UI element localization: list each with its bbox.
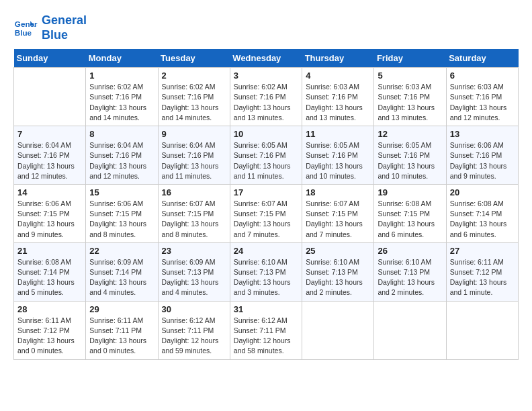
- calendar-cell: 10Sunrise: 6:05 AMSunset: 7:16 PMDayligh…: [230, 126, 302, 185]
- calendar-week-5: 28Sunrise: 6:11 AMSunset: 7:12 PMDayligh…: [14, 301, 519, 359]
- day-number: 20: [450, 187, 515, 197]
- calendar-cell: 5Sunrise: 6:03 AMSunset: 7:16 PMDaylight…: [374, 68, 446, 126]
- day-info: Sunrise: 6:02 AMSunset: 7:16 PMDaylight:…: [89, 82, 154, 123]
- page-header: General Blue General Blue: [13, 13, 519, 42]
- day-number: 2: [162, 71, 226, 81]
- calendar-cell: 14Sunrise: 6:06 AMSunset: 7:15 PMDayligh…: [14, 184, 86, 242]
- calendar-cell: 30Sunrise: 6:12 AMSunset: 7:11 PMDayligh…: [158, 301, 230, 359]
- day-info: Sunrise: 6:10 AMSunset: 7:13 PMDaylight:…: [378, 257, 442, 298]
- calendar-cell: 1Sunrise: 6:02 AMSunset: 7:16 PMDaylight…: [86, 68, 158, 126]
- day-info: Sunrise: 6:05 AMSunset: 7:16 PMDaylight:…: [378, 140, 442, 181]
- calendar-cell: 21Sunrise: 6:08 AMSunset: 7:14 PMDayligh…: [14, 242, 86, 301]
- calendar-cell: [446, 301, 518, 359]
- calendar-cell: 16Sunrise: 6:07 AMSunset: 7:15 PMDayligh…: [158, 184, 230, 242]
- day-info: Sunrise: 6:06 AMSunset: 7:15 PMDaylight:…: [89, 199, 154, 240]
- calendar-cell: 27Sunrise: 6:11 AMSunset: 7:12 PMDayligh…: [446, 242, 518, 301]
- calendar-cell: 2Sunrise: 6:02 AMSunset: 7:16 PMDaylight…: [158, 68, 230, 126]
- day-info: Sunrise: 6:02 AMSunset: 7:16 PMDaylight:…: [162, 82, 226, 123]
- day-number: 5: [378, 71, 442, 81]
- day-number: 22: [89, 246, 154, 256]
- day-number: 13: [450, 129, 515, 139]
- calendar-cell: 7Sunrise: 6:04 AMSunset: 7:16 PMDaylight…: [14, 126, 86, 185]
- day-number: 29: [89, 304, 154, 314]
- day-number: 18: [306, 187, 370, 197]
- calendar-cell: 18Sunrise: 6:07 AMSunset: 7:15 PMDayligh…: [302, 184, 374, 242]
- day-info: Sunrise: 6:06 AMSunset: 7:16 PMDaylight:…: [450, 140, 515, 181]
- day-info: Sunrise: 6:12 AMSunset: 7:11 PMDaylight:…: [234, 316, 298, 357]
- day-number: 10: [234, 129, 298, 139]
- day-info: Sunrise: 6:11 AMSunset: 7:12 PMDaylight:…: [17, 316, 82, 357]
- day-info: Sunrise: 6:06 AMSunset: 7:15 PMDaylight:…: [17, 199, 82, 240]
- day-number: 24: [234, 246, 298, 256]
- day-info: Sunrise: 6:04 AMSunset: 7:16 PMDaylight:…: [162, 140, 226, 181]
- day-info: Sunrise: 6:05 AMSunset: 7:16 PMDaylight:…: [306, 140, 370, 181]
- calendar-cell: 9Sunrise: 6:04 AMSunset: 7:16 PMDaylight…: [158, 126, 230, 185]
- calendar-table: SundayMondayTuesdayWednesdayThursdayFrid…: [13, 49, 519, 359]
- svg-text:General: General: [15, 19, 38, 28]
- logo-icon: General Blue: [13, 16, 38, 40]
- calendar-cell: 22Sunrise: 6:09 AMSunset: 7:14 PMDayligh…: [86, 242, 158, 301]
- calendar-week-3: 14Sunrise: 6:06 AMSunset: 7:15 PMDayligh…: [14, 184, 519, 242]
- day-number: 31: [234, 304, 298, 314]
- day-number: 4: [306, 71, 370, 81]
- calendar-cell: 8Sunrise: 6:04 AMSunset: 7:16 PMDaylight…: [86, 126, 158, 185]
- header-wednesday: Wednesday: [230, 49, 302, 68]
- day-info: Sunrise: 6:11 AMSunset: 7:12 PMDaylight:…: [450, 257, 515, 298]
- calendar-cell: 26Sunrise: 6:10 AMSunset: 7:13 PMDayligh…: [374, 242, 446, 301]
- day-number: 23: [162, 246, 226, 256]
- day-number: 12: [378, 129, 442, 139]
- calendar-week-4: 21Sunrise: 6:08 AMSunset: 7:14 PMDayligh…: [14, 242, 519, 301]
- day-info: Sunrise: 6:03 AMSunset: 7:16 PMDaylight:…: [378, 82, 442, 123]
- calendar-cell: 13Sunrise: 6:06 AMSunset: 7:16 PMDayligh…: [446, 126, 518, 185]
- day-number: 30: [162, 304, 226, 314]
- day-info: Sunrise: 6:07 AMSunset: 7:15 PMDaylight:…: [234, 199, 298, 240]
- calendar-cell: 19Sunrise: 6:08 AMSunset: 7:15 PMDayligh…: [374, 184, 446, 242]
- calendar-cell: 20Sunrise: 6:08 AMSunset: 7:14 PMDayligh…: [446, 184, 518, 242]
- day-info: Sunrise: 6:07 AMSunset: 7:15 PMDaylight:…: [162, 199, 226, 240]
- logo: General Blue General Blue: [13, 13, 87, 42]
- logo-text: General Blue: [42, 13, 87, 42]
- day-info: Sunrise: 6:03 AMSunset: 7:16 PMDaylight:…: [450, 82, 515, 123]
- calendar-cell: 4Sunrise: 6:03 AMSunset: 7:16 PMDaylight…: [302, 68, 374, 126]
- calendar-cell: [14, 68, 86, 126]
- calendar-cell: 25Sunrise: 6:10 AMSunset: 7:13 PMDayligh…: [302, 242, 374, 301]
- calendar-cell: 24Sunrise: 6:10 AMSunset: 7:13 PMDayligh…: [230, 242, 302, 301]
- header-monday: Monday: [86, 49, 158, 68]
- calendar-cell: [302, 301, 374, 359]
- day-info: Sunrise: 6:08 AMSunset: 7:14 PMDaylight:…: [450, 199, 515, 240]
- calendar-cell: 29Sunrise: 6:11 AMSunset: 7:11 PMDayligh…: [86, 301, 158, 359]
- day-number: 11: [306, 129, 370, 139]
- day-number: 25: [306, 246, 370, 256]
- day-number: 28: [17, 304, 82, 314]
- calendar-cell: 31Sunrise: 6:12 AMSunset: 7:11 PMDayligh…: [230, 301, 302, 359]
- calendar-cell: 28Sunrise: 6:11 AMSunset: 7:12 PMDayligh…: [14, 301, 86, 359]
- day-info: Sunrise: 6:11 AMSunset: 7:11 PMDaylight:…: [89, 316, 154, 357]
- day-number: 8: [89, 129, 154, 139]
- calendar-week-2: 7Sunrise: 6:04 AMSunset: 7:16 PMDaylight…: [14, 126, 519, 185]
- header-saturday: Saturday: [446, 49, 518, 68]
- day-number: 27: [450, 246, 515, 256]
- day-number: 9: [162, 129, 226, 139]
- header-sunday: Sunday: [14, 49, 86, 68]
- day-info: Sunrise: 6:08 AMSunset: 7:15 PMDaylight:…: [378, 199, 442, 240]
- header-friday: Friday: [374, 49, 446, 68]
- day-info: Sunrise: 6:12 AMSunset: 7:11 PMDaylight:…: [162, 316, 226, 357]
- day-info: Sunrise: 6:09 AMSunset: 7:13 PMDaylight:…: [162, 257, 226, 298]
- day-number: 16: [162, 187, 226, 197]
- day-info: Sunrise: 6:04 AMSunset: 7:16 PMDaylight:…: [89, 140, 154, 181]
- day-info: Sunrise: 6:08 AMSunset: 7:14 PMDaylight:…: [17, 257, 82, 298]
- calendar-header-row: SundayMondayTuesdayWednesdayThursdayFrid…: [14, 49, 519, 68]
- day-info: Sunrise: 6:05 AMSunset: 7:16 PMDaylight:…: [234, 140, 298, 181]
- day-info: Sunrise: 6:02 AMSunset: 7:16 PMDaylight:…: [234, 82, 298, 123]
- day-number: 6: [450, 71, 515, 81]
- calendar-cell: 23Sunrise: 6:09 AMSunset: 7:13 PMDayligh…: [158, 242, 230, 301]
- calendar-cell: [374, 301, 446, 359]
- calendar-cell: 6Sunrise: 6:03 AMSunset: 7:16 PMDaylight…: [446, 68, 518, 126]
- calendar-cell: 17Sunrise: 6:07 AMSunset: 7:15 PMDayligh…: [230, 184, 302, 242]
- day-number: 7: [17, 129, 82, 139]
- day-info: Sunrise: 6:10 AMSunset: 7:13 PMDaylight:…: [306, 257, 370, 298]
- day-number: 19: [378, 187, 442, 197]
- day-number: 17: [234, 187, 298, 197]
- calendar-cell: 15Sunrise: 6:06 AMSunset: 7:15 PMDayligh…: [86, 184, 158, 242]
- day-number: 26: [378, 246, 442, 256]
